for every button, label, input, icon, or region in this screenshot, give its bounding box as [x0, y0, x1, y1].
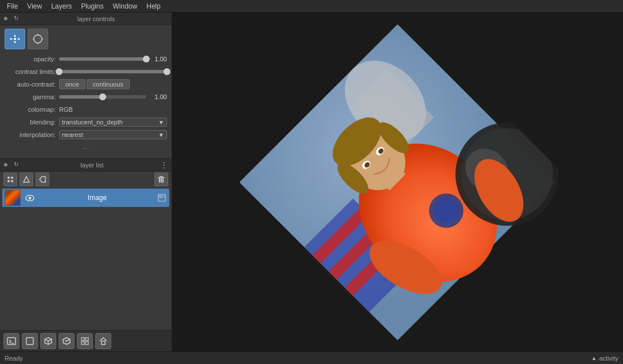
- layer-item[interactable]: Image: [2, 189, 169, 207]
- interpolation-value: nearest: [62, 131, 83, 138]
- status-right: ▲ activity: [591, 355, 618, 362]
- activity-label[interactable]: activity: [599, 355, 618, 362]
- autocontrast-buttons: once continuous: [59, 79, 130, 89]
- opacity-row: opacity: 1.00: [0, 53, 172, 65]
- grid-btn[interactable]: [77, 333, 93, 349]
- autocontrast-label: auto-contrast:: [5, 81, 59, 88]
- svg-point-7: [11, 180, 13, 182]
- svg-rect-11: [158, 177, 165, 178]
- delete-layer-btn[interactable]: [154, 173, 168, 186]
- layer-visibility-toggle[interactable]: [24, 192, 36, 203]
- svg-point-0: [14, 38, 16, 40]
- new-shapes-btn[interactable]: [20, 173, 33, 186]
- status-text: Ready: [5, 355, 23, 362]
- contrast-slider[interactable]: [59, 70, 167, 73]
- cube-btn[interactable]: [40, 333, 56, 349]
- layer-controls-section: ◈ ↻ layer controls: [0, 13, 172, 159]
- left-panel: ◈ ↻ layer controls: [0, 13, 172, 351]
- gamma-slider[interactable]: [59, 95, 146, 99]
- svg-rect-34: [81, 342, 84, 345]
- svg-rect-12: [159, 176, 163, 177]
- terminal-btn[interactable]: [3, 333, 20, 349]
- opacity-label: opacity:: [5, 56, 59, 62]
- blending-row: blending: translucent_no_depth ▼: [0, 116, 172, 128]
- svg-point-9: [7, 180, 10, 182]
- colormap-value: RGB: [59, 106, 73, 113]
- layer-list-title: layer list: [24, 162, 160, 169]
- canvas-area[interactable]: [172, 13, 623, 351]
- layer-list-icon-refresh[interactable]: ↻: [14, 161, 22, 169]
- layer-list-toolbar: [0, 171, 172, 187]
- blending-value: translucent_no_depth: [62, 119, 123, 126]
- colormap-row: colormap: RGB: [0, 103, 172, 116]
- svg-rect-35: [85, 342, 88, 345]
- svg-point-6: [7, 177, 10, 179]
- interpolation-label: interpolation:: [5, 131, 59, 138]
- blending-label: blending:: [5, 119, 59, 126]
- svg-point-17: [29, 197, 32, 199]
- astronaut-image: [223, 13, 572, 351]
- bottom-toolbar: [0, 330, 172, 351]
- cube-open-btn[interactable]: [59, 333, 75, 349]
- svg-rect-33: [85, 338, 88, 340]
- svg-rect-36: [102, 341, 105, 345]
- layer-list-menu-icon[interactable]: ⋮: [160, 161, 168, 170]
- interpolation-row: interpolation: nearest ▼: [0, 128, 172, 141]
- main-area: ◈ ↻ layer controls: [0, 13, 623, 351]
- svg-line-26: [45, 339, 48, 341]
- svg-rect-14: [161, 178, 162, 183]
- statusbar: Ready ▲ activity: [0, 351, 623, 364]
- interpolation-dropdown-arrow: ▼: [158, 132, 164, 138]
- svg-point-8: [11, 177, 13, 179]
- interpolation-dropdown[interactable]: nearest ▼: [59, 130, 167, 139]
- svg-rect-13: [159, 178, 160, 183]
- menu-plugins[interactable]: Plugins: [76, 1, 108, 11]
- svg-line-30: [63, 339, 67, 341]
- opacity-slider[interactable]: [59, 57, 146, 61]
- contrast-label: contrast limits:: [5, 68, 59, 75]
- layer-controls-icon-left: ◈: [3, 15, 11, 23]
- blending-dropdown[interactable]: translucent_no_depth ▼: [59, 118, 167, 127]
- activity-chevron-icon: ▲: [591, 355, 597, 361]
- menu-view[interactable]: View: [22, 1, 46, 11]
- layer-thumbnail: [5, 190, 21, 206]
- layer-list-header: ◈ ↻ layer list ⋮: [0, 159, 172, 171]
- gamma-label: gamma:: [5, 93, 59, 100]
- new-labels-btn[interactable]: [36, 173, 49, 186]
- svg-line-27: [48, 339, 52, 341]
- menu-window[interactable]: Window: [108, 1, 142, 11]
- autocontrast-once-button[interactable]: once: [59, 79, 85, 89]
- layer-list-section: ◈ ↻ layer list ⋮: [0, 159, 172, 330]
- square-btn[interactable]: [22, 333, 38, 349]
- svg-rect-15: [162, 178, 163, 183]
- layer-controls-header: ◈ ↻ layer controls: [0, 13, 172, 25]
- gamma-value: 1.00: [146, 93, 167, 100]
- layer-controls-icon-refresh[interactable]: ↻: [14, 15, 22, 23]
- home-btn[interactable]: [95, 333, 111, 349]
- menu-file[interactable]: File: [2, 1, 22, 11]
- autocontrast-continuous-button[interactable]: continuous: [87, 79, 130, 89]
- menu-help[interactable]: Help: [142, 1, 165, 11]
- layer-type-icon: [157, 193, 167, 203]
- blending-dropdown-arrow: ▼: [158, 119, 164, 126]
- svg-rect-23: [26, 338, 33, 345]
- svg-rect-32: [81, 338, 84, 340]
- svg-marker-10: [24, 177, 29, 182]
- layer-controls-title: layer controls: [24, 15, 168, 22]
- svg-rect-20: [162, 195, 164, 197]
- menu-layers[interactable]: Layers: [46, 1, 76, 11]
- svg-point-1: [34, 35, 42, 43]
- gamma-row: gamma: 1.00: [0, 91, 172, 103]
- layer-list-icon-left: ◈: [3, 161, 11, 169]
- colormap-label: colormap:: [5, 106, 59, 113]
- svg-line-31: [67, 339, 70, 341]
- layer-name: Image: [38, 194, 157, 202]
- new-points-btn[interactable]: [3, 173, 17, 186]
- svg-rect-19: [159, 195, 162, 198]
- select-icon-btn[interactable]: [28, 29, 48, 49]
- menubar: File View Layers Plugins Window Help: [0, 0, 623, 13]
- autocontrast-row: auto-contrast: once continuous: [0, 78, 172, 91]
- move-icon-btn[interactable]: [5, 29, 25, 49]
- dots-separator: ···: [0, 141, 172, 155]
- contrast-row: contrast limits:: [0, 65, 172, 78]
